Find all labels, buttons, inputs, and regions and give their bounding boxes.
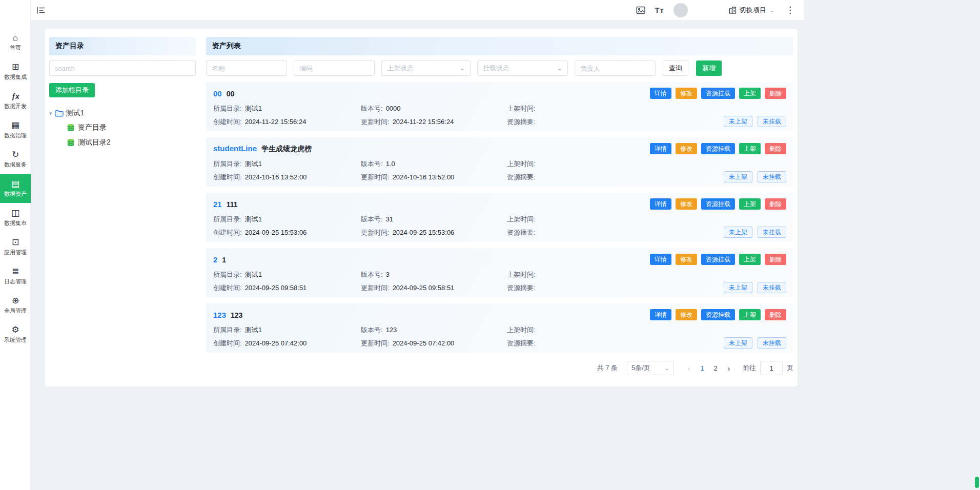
delete-button[interactable]: 删除 bbox=[765, 309, 786, 320]
sidebar-item-home[interactable]: ⌂首页 bbox=[0, 28, 31, 57]
resource-mount-button[interactable]: 资源挂载 bbox=[701, 309, 735, 320]
grid-icon: ⊞ bbox=[12, 63, 19, 71]
delete-button[interactable]: 删除 bbox=[765, 198, 786, 210]
page-size-select[interactable]: 5条/页 ⌄ bbox=[627, 361, 674, 375]
unmounted-tag[interactable]: 未挂载 bbox=[758, 282, 786, 293]
detail-button[interactable]: 详情 bbox=[650, 88, 671, 99]
edit-button[interactable]: 修改 bbox=[676, 88, 697, 99]
detail-button[interactable]: 详情 bbox=[650, 143, 671, 154]
asset-name: 123 bbox=[231, 311, 242, 319]
page-number-1[interactable]: 1 bbox=[696, 361, 709, 375]
sidebar-item-global-management[interactable]: ⊕全局管理 bbox=[0, 291, 31, 320]
owner-filter-input[interactable] bbox=[575, 60, 656, 76]
market-icon: ◫ bbox=[11, 209, 19, 217]
catalog-search-input[interactable] bbox=[49, 60, 196, 76]
asset-fields: 所属目录:测试1版本号:31上架时间:创建时间:2024-09-25 15:53… bbox=[213, 215, 786, 236]
mount-status-select[interactable]: 挂载状态 ⌄ bbox=[477, 60, 568, 76]
resource-mount-button[interactable]: 资源挂载 bbox=[701, 198, 735, 210]
asset-code-link[interactable]: 00 bbox=[213, 89, 222, 98]
publish-button[interactable]: 上架 bbox=[739, 309, 761, 320]
asset-list-title: 资产列表 bbox=[212, 42, 241, 51]
edit-button[interactable]: 修改 bbox=[676, 198, 697, 210]
unpublished-tag[interactable]: 未上架 bbox=[724, 282, 752, 293]
unpublished-tag[interactable]: 未上架 bbox=[724, 227, 752, 238]
sidebar-item-system-management[interactable]: ⚙系统管理 bbox=[0, 320, 31, 349]
font-size-icon[interactable]: Tт bbox=[655, 6, 664, 14]
delete-button[interactable]: 删除 bbox=[765, 88, 786, 99]
asset-title: studentLine学生成绩龙虎榜 bbox=[213, 144, 312, 154]
edit-button[interactable]: 修改 bbox=[676, 309, 697, 320]
unmounted-tag[interactable]: 未挂载 bbox=[758, 337, 786, 349]
collapse-sidebar-icon[interactable] bbox=[37, 7, 45, 14]
asset-code-link[interactable]: studentLine bbox=[213, 144, 257, 153]
sidebar-item-data-integration[interactable]: ⊞数据集成 bbox=[0, 57, 31, 86]
name-filter-input[interactable] bbox=[206, 60, 287, 76]
code-filter-input[interactable] bbox=[294, 60, 375, 76]
detail-button[interactable]: 详情 bbox=[650, 309, 671, 320]
asset-code-link[interactable]: 123 bbox=[213, 311, 226, 319]
field-value: 测试1 bbox=[245, 326, 262, 334]
sidebar-item-data-asset[interactable]: ▤数据资产 bbox=[0, 174, 31, 203]
asset-item-header: 21111详情修改资源挂载上架删除 bbox=[213, 198, 786, 210]
prev-page-button[interactable]: ‹ bbox=[682, 361, 696, 375]
sidebar-item-data-governance[interactable]: ▦数据治理 bbox=[0, 115, 31, 145]
goto-page-input[interactable] bbox=[760, 361, 783, 375]
asset-name: 00 bbox=[227, 90, 235, 98]
image-icon[interactable] bbox=[636, 6, 645, 14]
asset-field: 上架时间: bbox=[507, 271, 786, 278]
detail-button[interactable]: 详情 bbox=[650, 254, 671, 265]
asset-code-link[interactable]: 2 bbox=[213, 255, 217, 264]
publish-button[interactable]: 上架 bbox=[739, 88, 761, 99]
shelf-status-select[interactable]: 上架状态 ⌄ bbox=[381, 60, 471, 76]
resource-mount-button[interactable]: 资源挂载 bbox=[701, 88, 735, 99]
asset-name: 1 bbox=[222, 256, 226, 264]
sidebar-item-log-management[interactable]: ≣日志管理 bbox=[0, 261, 31, 291]
unmounted-tag[interactable]: 未挂载 bbox=[758, 227, 786, 238]
unpublished-tag[interactable]: 未上架 bbox=[724, 171, 752, 182]
unpublished-tag[interactable]: 未上架 bbox=[724, 116, 752, 127]
next-page-button[interactable]: › bbox=[722, 361, 736, 375]
sidebar-item-label: 应用管理 bbox=[4, 249, 27, 256]
sidebar-item-data-service[interactable]: ↻数据服务 bbox=[0, 145, 31, 174]
apps-icon: ⊡ bbox=[12, 238, 19, 247]
asset-code-link[interactable]: 21 bbox=[213, 200, 222, 209]
sidebar-item-app-management[interactable]: ⊡应用管理 bbox=[0, 232, 31, 261]
asset-actions: 详情修改资源挂载上架删除 bbox=[650, 254, 786, 265]
sidebar-item-data-development[interactable]: ƒx数据开发 bbox=[0, 86, 31, 115]
page-number-2[interactable]: 2 bbox=[709, 361, 722, 375]
avatar[interactable] bbox=[673, 3, 688, 17]
project-switcher[interactable]: 切换项目 ⌄ bbox=[729, 6, 774, 15]
tree-node-child[interactable]: 测试目录2 bbox=[67, 135, 196, 150]
detail-button[interactable]: 详情 bbox=[650, 198, 671, 210]
asset-name: 学生成绩龙虎榜 bbox=[261, 145, 312, 154]
delete-button[interactable]: 删除 bbox=[765, 254, 786, 265]
resource-mount-button[interactable]: 资源挂载 bbox=[701, 143, 735, 154]
add-root-directory-button[interactable]: 添加根目录 bbox=[49, 83, 95, 97]
publish-button[interactable]: 上架 bbox=[739, 143, 761, 154]
field-label: 资源摘要: bbox=[507, 284, 536, 292]
unmounted-tag[interactable]: 未挂载 bbox=[758, 171, 786, 182]
unpublished-tag[interactable]: 未上架 bbox=[724, 337, 752, 349]
delete-button[interactable]: 删除 bbox=[765, 143, 786, 154]
publish-button[interactable]: 上架 bbox=[739, 254, 761, 265]
edit-button[interactable]: 修改 bbox=[676, 254, 697, 265]
sidebar-item-data-market[interactable]: ◫数据集市 bbox=[0, 203, 31, 232]
tree-node-root[interactable]: ▾测试1 bbox=[49, 107, 196, 120]
resource-mount-button[interactable]: 资源挂载 bbox=[701, 254, 735, 265]
field-label: 更新时间: bbox=[361, 229, 390, 236]
caret-down-icon[interactable]: ▾ bbox=[49, 110, 52, 117]
scrollbar-thumb[interactable] bbox=[975, 477, 979, 488]
tree-node-child[interactable]: 资产目录 bbox=[67, 120, 196, 135]
publish-button[interactable]: 上架 bbox=[739, 198, 761, 210]
sidebar-item-label: 全局管理 bbox=[4, 307, 27, 315]
asset-item-header: 0000详情修改资源挂载上架删除 bbox=[213, 88, 786, 99]
asset-field: 创建时间:2024-09-25 07:42:00 bbox=[213, 339, 361, 347]
more-menu-icon[interactable]: ⋮ bbox=[786, 5, 794, 15]
edit-button[interactable]: 修改 bbox=[676, 143, 697, 154]
unmounted-tag[interactable]: 未挂载 bbox=[758, 116, 786, 127]
field-label: 创建时间: bbox=[213, 339, 242, 347]
add-asset-button[interactable]: 新增 bbox=[696, 60, 722, 76]
query-button[interactable]: 查询 bbox=[663, 60, 688, 76]
global-icon: ⊕ bbox=[12, 296, 19, 305]
project-icon bbox=[729, 7, 737, 14]
